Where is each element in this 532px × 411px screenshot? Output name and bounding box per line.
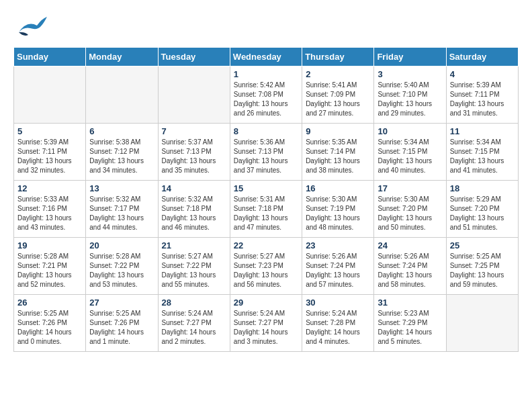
day-info: Sunrise: 5:28 AM Sunset: 7:22 PM Dayligh… (89, 252, 154, 289)
calendar-cell: 4Sunrise: 5:39 AM Sunset: 7:11 PM Daylig… (446, 66, 518, 124)
calendar-cell: 15Sunrise: 5:31 AM Sunset: 7:18 PM Dayli… (230, 181, 302, 238)
calendar-cell: 14Sunrise: 5:32 AM Sunset: 7:18 PM Dayli… (158, 181, 230, 238)
day-number: 8 (234, 126, 298, 136)
logo (13, 13, 48, 40)
calendar-cell: 2Sunrise: 5:41 AM Sunset: 7:09 PM Daylig… (302, 66, 374, 124)
day-header-wednesday: Wednesday (230, 48, 302, 66)
calendar-cell (446, 295, 518, 352)
calendar-week-row: 19Sunrise: 5:28 AM Sunset: 7:21 PM Dayli… (14, 238, 519, 295)
logo-icon (13, 13, 47, 40)
calendar-header-row: SundayMondayTuesdayWednesdayThursdayFrid… (14, 48, 519, 66)
day-number: 23 (306, 240, 370, 250)
day-header-thursday: Thursday (302, 48, 374, 66)
day-info: Sunrise: 5:41 AM Sunset: 7:09 PM Dayligh… (306, 81, 370, 118)
day-info: Sunrise: 5:24 AM Sunset: 7:27 PM Dayligh… (162, 309, 226, 347)
calendar-cell: 10Sunrise: 5:34 AM Sunset: 7:15 PM Dayli… (374, 124, 446, 181)
day-info: Sunrise: 5:42 AM Sunset: 7:08 PM Dayligh… (234, 81, 298, 118)
calendar-cell: 20Sunrise: 5:28 AM Sunset: 7:22 PM Dayli… (86, 238, 158, 295)
day-header-tuesday: Tuesday (158, 48, 230, 66)
calendar-cell: 21Sunrise: 5:27 AM Sunset: 7:22 PM Dayli… (158, 238, 230, 295)
calendar-cell: 28Sunrise: 5:24 AM Sunset: 7:27 PM Dayli… (158, 295, 230, 352)
calendar-cell: 23Sunrise: 5:26 AM Sunset: 7:24 PM Dayli… (302, 238, 374, 295)
day-number: 18 (450, 183, 515, 193)
day-info: Sunrise: 5:39 AM Sunset: 7:11 PM Dayligh… (17, 138, 82, 175)
day-number: 27 (89, 298, 154, 308)
day-number: 2 (306, 69, 370, 79)
calendar-week-row: 5Sunrise: 5:39 AM Sunset: 7:11 PM Daylig… (14, 124, 519, 181)
calendar-cell (158, 66, 230, 124)
day-number: 29 (234, 298, 298, 308)
day-number: 11 (450, 126, 515, 136)
day-number: 22 (234, 240, 298, 250)
day-info: Sunrise: 5:24 AM Sunset: 7:27 PM Dayligh… (234, 309, 298, 347)
day-header-saturday: Saturday (446, 48, 518, 66)
day-info: Sunrise: 5:38 AM Sunset: 7:12 PM Dayligh… (89, 138, 154, 175)
calendar-cell: 18Sunrise: 5:29 AM Sunset: 7:20 PM Dayli… (446, 181, 518, 238)
day-number: 5 (17, 126, 82, 136)
day-number: 20 (89, 240, 154, 250)
day-number: 13 (89, 183, 154, 193)
day-number: 16 (306, 183, 370, 193)
calendar-cell: 26Sunrise: 5:25 AM Sunset: 7:26 PM Dayli… (14, 295, 86, 352)
calendar-cell: 9Sunrise: 5:35 AM Sunset: 7:14 PM Daylig… (302, 124, 374, 181)
calendar-cell (86, 66, 158, 124)
calendar-cell: 17Sunrise: 5:30 AM Sunset: 7:20 PM Dayli… (374, 181, 446, 238)
day-number: 12 (17, 183, 82, 193)
calendar-cell: 31Sunrise: 5:23 AM Sunset: 7:29 PM Dayli… (374, 295, 446, 352)
day-info: Sunrise: 5:26 AM Sunset: 7:24 PM Dayligh… (306, 252, 370, 289)
day-info: Sunrise: 5:23 AM Sunset: 7:29 PM Dayligh… (378, 309, 442, 347)
calendar-cell: 13Sunrise: 5:32 AM Sunset: 7:17 PM Dayli… (86, 181, 158, 238)
calendar-table: SundayMondayTuesdayWednesdayThursdayFrid… (13, 47, 519, 352)
day-number: 6 (89, 126, 154, 136)
calendar-cell: 8Sunrise: 5:36 AM Sunset: 7:13 PM Daylig… (230, 124, 302, 181)
calendar-cell: 6Sunrise: 5:38 AM Sunset: 7:12 PM Daylig… (86, 124, 158, 181)
day-header-sunday: Sunday (14, 48, 86, 66)
calendar-cell: 19Sunrise: 5:28 AM Sunset: 7:21 PM Dayli… (14, 238, 86, 295)
day-number: 7 (162, 126, 226, 136)
day-number: 9 (306, 126, 370, 136)
day-number: 1 (234, 69, 298, 79)
calendar-cell: 11Sunrise: 5:34 AM Sunset: 7:15 PM Dayli… (446, 124, 518, 181)
day-info: Sunrise: 5:32 AM Sunset: 7:17 PM Dayligh… (89, 195, 154, 232)
day-info: Sunrise: 5:25 AM Sunset: 7:25 PM Dayligh… (450, 252, 515, 289)
day-number: 3 (378, 69, 442, 79)
calendar-cell: 12Sunrise: 5:33 AM Sunset: 7:16 PM Dayli… (14, 181, 86, 238)
calendar-cell (14, 66, 86, 124)
day-number: 31 (378, 298, 442, 308)
day-number: 30 (306, 298, 370, 308)
day-info: Sunrise: 5:30 AM Sunset: 7:19 PM Dayligh… (306, 195, 370, 232)
day-info: Sunrise: 5:25 AM Sunset: 7:26 PM Dayligh… (89, 309, 154, 347)
day-info: Sunrise: 5:37 AM Sunset: 7:13 PM Dayligh… (162, 138, 226, 175)
day-info: Sunrise: 5:29 AM Sunset: 7:20 PM Dayligh… (450, 195, 515, 232)
calendar-cell: 3Sunrise: 5:40 AM Sunset: 7:10 PM Daylig… (374, 66, 446, 124)
day-number: 4 (450, 69, 515, 79)
day-info: Sunrise: 5:30 AM Sunset: 7:20 PM Dayligh… (378, 195, 442, 232)
day-number: 14 (162, 183, 226, 193)
day-number: 28 (162, 298, 226, 308)
day-info: Sunrise: 5:24 AM Sunset: 7:28 PM Dayligh… (306, 309, 370, 347)
day-info: Sunrise: 5:31 AM Sunset: 7:18 PM Dayligh… (234, 195, 298, 232)
calendar-cell: 7Sunrise: 5:37 AM Sunset: 7:13 PM Daylig… (158, 124, 230, 181)
calendar-cell: 16Sunrise: 5:30 AM Sunset: 7:19 PM Dayli… (302, 181, 374, 238)
day-header-friday: Friday (374, 48, 446, 66)
day-info: Sunrise: 5:39 AM Sunset: 7:11 PM Dayligh… (450, 81, 515, 118)
calendar-cell: 5Sunrise: 5:39 AM Sunset: 7:11 PM Daylig… (14, 124, 86, 181)
day-info: Sunrise: 5:25 AM Sunset: 7:26 PM Dayligh… (17, 309, 82, 347)
day-header-monday: Monday (86, 48, 158, 66)
day-info: Sunrise: 5:34 AM Sunset: 7:15 PM Dayligh… (378, 138, 442, 175)
calendar-cell: 30Sunrise: 5:24 AM Sunset: 7:28 PM Dayli… (302, 295, 374, 352)
day-info: Sunrise: 5:26 AM Sunset: 7:24 PM Dayligh… (378, 252, 442, 289)
calendar-cell: 1Sunrise: 5:42 AM Sunset: 7:08 PM Daylig… (230, 66, 302, 124)
day-info: Sunrise: 5:27 AM Sunset: 7:22 PM Dayligh… (162, 252, 226, 289)
day-number: 10 (378, 126, 442, 136)
calendar-cell: 27Sunrise: 5:25 AM Sunset: 7:26 PM Dayli… (86, 295, 158, 352)
day-number: 21 (162, 240, 226, 250)
day-number: 24 (378, 240, 442, 250)
day-info: Sunrise: 5:28 AM Sunset: 7:21 PM Dayligh… (17, 252, 82, 289)
calendar-cell: 29Sunrise: 5:24 AM Sunset: 7:27 PM Dayli… (230, 295, 302, 352)
calendar-week-row: 1Sunrise: 5:42 AM Sunset: 7:08 PM Daylig… (14, 66, 519, 124)
day-number: 15 (234, 183, 298, 193)
day-info: Sunrise: 5:35 AM Sunset: 7:14 PM Dayligh… (306, 138, 370, 175)
day-info: Sunrise: 5:32 AM Sunset: 7:18 PM Dayligh… (162, 195, 226, 232)
day-info: Sunrise: 5:40 AM Sunset: 7:10 PM Dayligh… (378, 81, 442, 118)
